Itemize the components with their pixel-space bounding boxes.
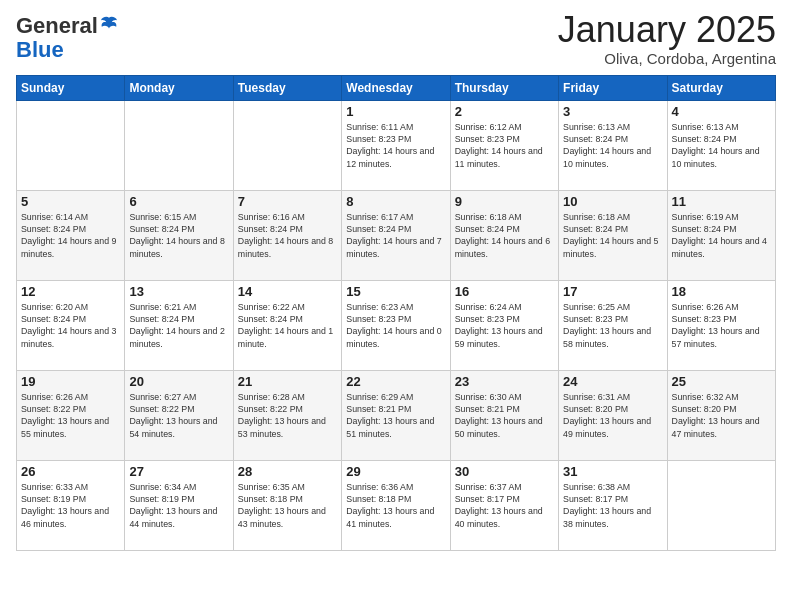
calendar-cell: 29Sunrise: 6:36 AM Sunset: 8:18 PM Dayli… xyxy=(342,460,450,550)
calendar-cell: 30Sunrise: 6:37 AM Sunset: 8:17 PM Dayli… xyxy=(450,460,558,550)
calendar-week-3: 12Sunrise: 6:20 AM Sunset: 8:24 PM Dayli… xyxy=(17,280,776,370)
logo: General Blue xyxy=(16,10,118,62)
calendar-cell: 17Sunrise: 6:25 AM Sunset: 8:23 PM Dayli… xyxy=(559,280,667,370)
calendar-header-row: SundayMondayTuesdayWednesdayThursdayFrid… xyxy=(17,75,776,100)
day-number: 4 xyxy=(672,104,771,119)
day-number: 15 xyxy=(346,284,445,299)
day-info: Sunrise: 6:30 AM Sunset: 8:21 PM Dayligh… xyxy=(455,391,554,440)
calendar-cell: 21Sunrise: 6:28 AM Sunset: 8:22 PM Dayli… xyxy=(233,370,341,460)
day-info: Sunrise: 6:11 AM Sunset: 8:23 PM Dayligh… xyxy=(346,121,445,170)
calendar-cell: 1Sunrise: 6:11 AM Sunset: 8:23 PM Daylig… xyxy=(342,100,450,190)
day-number: 23 xyxy=(455,374,554,389)
calendar-cell: 14Sunrise: 6:22 AM Sunset: 8:24 PM Dayli… xyxy=(233,280,341,370)
day-number: 5 xyxy=(21,194,120,209)
calendar-cell: 13Sunrise: 6:21 AM Sunset: 8:24 PM Dayli… xyxy=(125,280,233,370)
calendar-cell: 24Sunrise: 6:31 AM Sunset: 8:20 PM Dayli… xyxy=(559,370,667,460)
day-info: Sunrise: 6:20 AM Sunset: 8:24 PM Dayligh… xyxy=(21,301,120,350)
day-info: Sunrise: 6:36 AM Sunset: 8:18 PM Dayligh… xyxy=(346,481,445,530)
day-info: Sunrise: 6:28 AM Sunset: 8:22 PM Dayligh… xyxy=(238,391,337,440)
day-number: 28 xyxy=(238,464,337,479)
calendar-cell: 8Sunrise: 6:17 AM Sunset: 8:24 PM Daylig… xyxy=(342,190,450,280)
calendar-cell: 15Sunrise: 6:23 AM Sunset: 8:23 PM Dayli… xyxy=(342,280,450,370)
calendar-cell: 3Sunrise: 6:13 AM Sunset: 8:24 PM Daylig… xyxy=(559,100,667,190)
day-info: Sunrise: 6:21 AM Sunset: 8:24 PM Dayligh… xyxy=(129,301,228,350)
logo-bird-icon xyxy=(100,15,118,33)
day-info: Sunrise: 6:24 AM Sunset: 8:23 PM Dayligh… xyxy=(455,301,554,350)
location-text: Oliva, Cordoba, Argentina xyxy=(558,50,776,67)
day-info: Sunrise: 6:16 AM Sunset: 8:24 PM Dayligh… xyxy=(238,211,337,260)
day-number: 30 xyxy=(455,464,554,479)
logo-blue-text: Blue xyxy=(16,37,64,62)
weekday-header-wednesday: Wednesday xyxy=(342,75,450,100)
weekday-header-thursday: Thursday xyxy=(450,75,558,100)
day-number: 10 xyxy=(563,194,662,209)
month-title: January 2025 xyxy=(558,10,776,50)
day-number: 3 xyxy=(563,104,662,119)
calendar-cell: 7Sunrise: 6:16 AM Sunset: 8:24 PM Daylig… xyxy=(233,190,341,280)
calendar-table: SundayMondayTuesdayWednesdayThursdayFrid… xyxy=(16,75,776,551)
calendar-cell: 10Sunrise: 6:18 AM Sunset: 8:24 PM Dayli… xyxy=(559,190,667,280)
day-info: Sunrise: 6:34 AM Sunset: 8:19 PM Dayligh… xyxy=(129,481,228,530)
day-info: Sunrise: 6:18 AM Sunset: 8:24 PM Dayligh… xyxy=(563,211,662,260)
day-info: Sunrise: 6:29 AM Sunset: 8:21 PM Dayligh… xyxy=(346,391,445,440)
calendar-week-5: 26Sunrise: 6:33 AM Sunset: 8:19 PM Dayli… xyxy=(17,460,776,550)
day-info: Sunrise: 6:13 AM Sunset: 8:24 PM Dayligh… xyxy=(563,121,662,170)
day-info: Sunrise: 6:14 AM Sunset: 8:24 PM Dayligh… xyxy=(21,211,120,260)
day-number: 19 xyxy=(21,374,120,389)
calendar-cell: 28Sunrise: 6:35 AM Sunset: 8:18 PM Dayli… xyxy=(233,460,341,550)
calendar-cell xyxy=(17,100,125,190)
calendar-cell xyxy=(667,460,775,550)
day-number: 6 xyxy=(129,194,228,209)
day-info: Sunrise: 6:32 AM Sunset: 8:20 PM Dayligh… xyxy=(672,391,771,440)
calendar-week-4: 19Sunrise: 6:26 AM Sunset: 8:22 PM Dayli… xyxy=(17,370,776,460)
day-number: 12 xyxy=(21,284,120,299)
day-number: 8 xyxy=(346,194,445,209)
day-info: Sunrise: 6:33 AM Sunset: 8:19 PM Dayligh… xyxy=(21,481,120,530)
day-number: 26 xyxy=(21,464,120,479)
day-number: 29 xyxy=(346,464,445,479)
day-info: Sunrise: 6:37 AM Sunset: 8:17 PM Dayligh… xyxy=(455,481,554,530)
day-number: 14 xyxy=(238,284,337,299)
day-number: 22 xyxy=(346,374,445,389)
day-number: 1 xyxy=(346,104,445,119)
calendar-cell xyxy=(233,100,341,190)
calendar-cell: 18Sunrise: 6:26 AM Sunset: 8:23 PM Dayli… xyxy=(667,280,775,370)
calendar-cell: 22Sunrise: 6:29 AM Sunset: 8:21 PM Dayli… xyxy=(342,370,450,460)
day-number: 20 xyxy=(129,374,228,389)
weekday-header-tuesday: Tuesday xyxy=(233,75,341,100)
calendar-week-1: 1Sunrise: 6:11 AM Sunset: 8:23 PM Daylig… xyxy=(17,100,776,190)
day-number: 11 xyxy=(672,194,771,209)
calendar-cell: 16Sunrise: 6:24 AM Sunset: 8:23 PM Dayli… xyxy=(450,280,558,370)
weekday-header-saturday: Saturday xyxy=(667,75,775,100)
day-info: Sunrise: 6:13 AM Sunset: 8:24 PM Dayligh… xyxy=(672,121,771,170)
day-info: Sunrise: 6:22 AM Sunset: 8:24 PM Dayligh… xyxy=(238,301,337,350)
day-info: Sunrise: 6:25 AM Sunset: 8:23 PM Dayligh… xyxy=(563,301,662,350)
day-number: 18 xyxy=(672,284,771,299)
day-info: Sunrise: 6:26 AM Sunset: 8:22 PM Dayligh… xyxy=(21,391,120,440)
day-number: 2 xyxy=(455,104,554,119)
day-number: 9 xyxy=(455,194,554,209)
calendar-cell: 31Sunrise: 6:38 AM Sunset: 8:17 PM Dayli… xyxy=(559,460,667,550)
day-number: 31 xyxy=(563,464,662,479)
day-info: Sunrise: 6:35 AM Sunset: 8:18 PM Dayligh… xyxy=(238,481,337,530)
weekday-header-friday: Friday xyxy=(559,75,667,100)
day-number: 25 xyxy=(672,374,771,389)
title-area: January 2025 Oliva, Cordoba, Argentina xyxy=(558,10,776,67)
day-number: 13 xyxy=(129,284,228,299)
calendar-week-2: 5Sunrise: 6:14 AM Sunset: 8:24 PM Daylig… xyxy=(17,190,776,280)
day-info: Sunrise: 6:18 AM Sunset: 8:24 PM Dayligh… xyxy=(455,211,554,260)
day-info: Sunrise: 6:38 AM Sunset: 8:17 PM Dayligh… xyxy=(563,481,662,530)
day-number: 24 xyxy=(563,374,662,389)
day-info: Sunrise: 6:12 AM Sunset: 8:23 PM Dayligh… xyxy=(455,121,554,170)
day-info: Sunrise: 6:19 AM Sunset: 8:24 PM Dayligh… xyxy=(672,211,771,260)
calendar-cell xyxy=(125,100,233,190)
day-number: 16 xyxy=(455,284,554,299)
calendar-cell: 26Sunrise: 6:33 AM Sunset: 8:19 PM Dayli… xyxy=(17,460,125,550)
calendar-cell: 19Sunrise: 6:26 AM Sunset: 8:22 PM Dayli… xyxy=(17,370,125,460)
day-number: 7 xyxy=(238,194,337,209)
day-number: 17 xyxy=(563,284,662,299)
day-number: 21 xyxy=(238,374,337,389)
day-info: Sunrise: 6:26 AM Sunset: 8:23 PM Dayligh… xyxy=(672,301,771,350)
day-info: Sunrise: 6:23 AM Sunset: 8:23 PM Dayligh… xyxy=(346,301,445,350)
day-info: Sunrise: 6:31 AM Sunset: 8:20 PM Dayligh… xyxy=(563,391,662,440)
